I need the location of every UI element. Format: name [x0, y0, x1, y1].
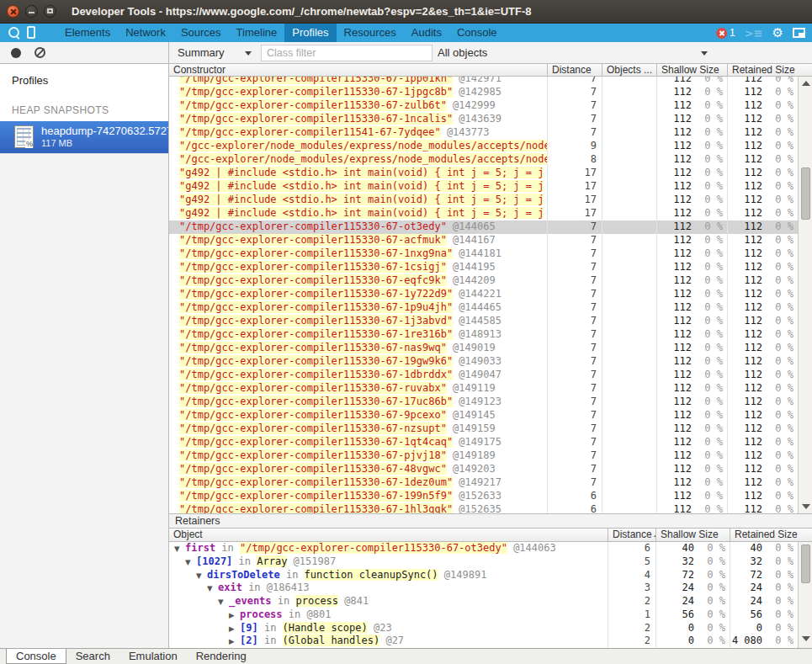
retainer-row[interactable]: ▶[9] in (Handle scope) @23200 %00 %	[169, 622, 798, 635]
constructor-cell: "/tmp/gcc-explorer-compiler115330-67-1qt…	[169, 436, 547, 449]
heap-table-row[interactable]: "/tmp/gcc-explorer-compiler115330-67-17u…	[169, 396, 798, 409]
expand-closed-icon[interactable]: ▶	[229, 637, 240, 645]
clear-button[interactable]	[34, 47, 45, 58]
objects-count-value	[602, 86, 656, 99]
tab-elements[interactable]: Elements	[57, 24, 118, 42]
shallow-size-cell: 1120 %	[656, 247, 727, 261]
heap-table-row[interactable]: "/tmp/gcc-explorer-compiler115330-67-1cs…	[169, 261, 798, 274]
retainer-row[interactable]: ▼first in "/tmp/gcc-explorer-compiler115…	[169, 542, 798, 555]
heap-table-row[interactable]: "/tmp/gcc-explorer-compiler115330-67-ot3…	[169, 220, 798, 234]
window-close-icon[interactable]	[7, 5, 19, 18]
heap-table-row[interactable]: "/tmp/gcc-explorer-compiler115330-67-19g…	[169, 355, 798, 369]
column-header-retainers-distance[interactable]: Distance	[608, 529, 655, 541]
retainer-row[interactable]: ▼_events in process @8412240 %240 %	[169, 595, 798, 608]
summary-dropdown-arrow-icon[interactable]	[245, 51, 252, 56]
heap-table-row[interactable]: "/tmp/gcc-explorer-compiler115330-67-1jp…	[169, 86, 798, 99]
drawer-tab-search[interactable]: Search	[66, 649, 119, 664]
column-header-retained-size[interactable]: Retained Size	[727, 64, 798, 76]
tab-sources[interactable]: Sources	[173, 24, 229, 42]
column-header-shallow-size[interactable]: Shallow Size	[656, 64, 727, 76]
heap-table-row[interactable]: "/tmp/gcc-explorer-compiler115330-67-1nx…	[169, 247, 798, 261]
object-group-dropdown-arrow-icon[interactable]	[701, 51, 708, 56]
window-maximize-icon[interactable]	[44, 5, 56, 18]
heap-table-row[interactable]: "/tmp/gcc-explorer-compiler115330-67-1hl…	[169, 503, 798, 513]
heap-table-row[interactable]: "/tmp/gcc-explorer-compiler115330-67-199…	[169, 490, 798, 503]
heap-table-row[interactable]: "/tmp/gcc-explorer-compiler115330-67-1j3…	[169, 315, 798, 328]
tab-profiles[interactable]: Profiles	[284, 24, 336, 42]
retainer-row[interactable]: ▶[2] in (Global handles) @27200 %4 0800 …	[169, 635, 798, 648]
expand-open-icon[interactable]: ▼	[207, 584, 218, 592]
drawer-tab-console[interactable]: Console	[6, 649, 66, 664]
heap-table-row[interactable]: "/tmp/gcc-explorer-compiler115330-67-48v…	[169, 463, 798, 476]
heap-table-row[interactable]: "/tmp/gcc-explorer-compiler115330-67-1qt…	[169, 436, 798, 449]
sidebar-item-heap-snapshot[interactable]: heapdump-74270632.5727 117 MB	[0, 121, 168, 153]
heap-table-row[interactable]: "/tmp/gcc-explorer-compiler115330-67-pjv…	[169, 449, 798, 463]
tab-network[interactable]: Network	[118, 24, 173, 42]
tab-audits[interactable]: Audits	[404, 24, 449, 42]
constructor-string: "/tmp/gcc-explorer-compiler115330-67-eqf…	[179, 274, 447, 286]
heap-table-row[interactable]: "g492 | #include <stdio.h> int main(void…	[169, 194, 798, 207]
object-group-dropdown[interactable]: All objects	[438, 42, 487, 63]
heap-table-scrollbar[interactable]	[798, 77, 812, 513]
heap-table-row[interactable]: "/tmp/gcc-explorer-compiler115330-67-1nc…	[169, 113, 798, 126]
heap-table-row[interactable]: "/tmp/gcc-explorer-compiler115330-67-nas…	[169, 342, 798, 355]
heap-table-row[interactable]: "/tmp/gcc-explorer-compiler11541-67-7ydq…	[169, 126, 798, 140]
retainer-row[interactable]: ▼exit in @1864133240 %240 %	[169, 582, 798, 595]
column-header-object[interactable]: Object	[169, 529, 608, 541]
column-header-retainers-retained[interactable]: Retained Size	[730, 529, 798, 541]
column-header-constructor[interactable]: Constructor	[169, 64, 547, 76]
heap-table-row[interactable]: "/tmp/gcc-explorer-compiler115330-67-1p9…	[169, 301, 798, 315]
tab-console[interactable]: Console	[449, 24, 505, 42]
expand-open-icon[interactable]: ▼	[174, 544, 185, 553]
expand-open-icon[interactable]: ▼	[218, 598, 229, 606]
scroll-down-icon[interactable]	[802, 504, 810, 509]
record-button[interactable]	[11, 48, 21, 58]
heap-table-row[interactable]: "g492 | #include <stdio.h> int main(void…	[169, 207, 798, 220]
heap-table-row[interactable]: "/tmp/gcc-explorer-compiler115330-67-zul…	[169, 99, 798, 113]
tab-timeline[interactable]: Timeline	[229, 24, 285, 42]
expand-open-icon[interactable]: ▼	[196, 571, 207, 580]
column-header-retainers-shallow[interactable]: Shallow Size	[655, 529, 730, 541]
heap-table-row[interactable]: "/tmp/gcc-explorer-compiler115330-67-1pp…	[169, 77, 798, 86]
drawer-toggle-icon[interactable]	[745, 27, 763, 40]
retainer-row[interactable]: ▼dirsToDelete in function cleanupSync() …	[169, 569, 798, 582]
heap-table-row[interactable]: "/gcc-explorer/node_modules/express/node…	[169, 140, 798, 153]
window-minimize-icon[interactable]	[25, 5, 38, 18]
retainers-scroll-down-icon[interactable]	[802, 636, 810, 641]
dock-side-icon[interactable]	[793, 28, 805, 38]
heap-table-row[interactable]: "/tmp/gcc-explorer-compiler115330-67-1de…	[169, 476, 798, 490]
error-badge[interactable]: 1	[716, 27, 735, 39]
tab-resources[interactable]: Resources	[337, 24, 404, 42]
device-mode-icon[interactable]	[27, 26, 35, 39]
expand-open-icon[interactable]: ▼	[185, 558, 196, 566]
gear-icon[interactable]	[772, 27, 783, 40]
heap-table-row[interactable]: "/gcc-explorer/node_modules/express/node…	[169, 153, 798, 167]
heap-table-row[interactable]: "g492 | #include <stdio.h> int main(void…	[169, 180, 798, 194]
heap-table-row[interactable]: "g492 | #include <stdio.h> int main(void…	[169, 167, 798, 180]
heap-table-row[interactable]: "/tmp/gcc-explorer-compiler115330-67-1re…	[169, 328, 798, 342]
scroll-up-icon[interactable]	[802, 81, 810, 86]
scrollbar-thumb[interactable]	[801, 167, 810, 220]
summary-dropdown[interactable]: Summary	[178, 42, 225, 63]
retainers-scrollbar-thumb[interactable]	[801, 544, 810, 583]
expand-closed-icon[interactable]: ▶	[229, 624, 240, 633]
heap-table-row[interactable]: "/tmp/gcc-explorer-compiler115330-67-ruv…	[169, 382, 798, 396]
drawer-tab-emulation[interactable]: Emulation	[119, 649, 187, 664]
retainer-row[interactable]: ▼[1027] in Array @1519875320 %320 %	[169, 555, 798, 569]
drawer-tab-rendering[interactable]: Rendering	[187, 649, 256, 664]
retainer-row[interactable]: ▶process in @8011560 %560 %	[169, 608, 798, 622]
heap-table-row[interactable]: "/tmp/gcc-explorer-compiler115330-67-1db…	[169, 369, 798, 382]
heap-table-row[interactable]: "/tmp/gcc-explorer-compiler115330-67-nzs…	[169, 422, 798, 436]
search-icon[interactable]	[8, 27, 19, 38]
heap-table-row[interactable]: "/tmp/gcc-explorer-compiler115330-67-1y7…	[169, 288, 798, 301]
retainers-scrollbar[interactable]	[798, 542, 812, 648]
column-header-distance[interactable]: Distance	[547, 64, 602, 76]
column-header-objects[interactable]: Objects ...	[602, 64, 656, 76]
retained-size-value: 112	[728, 86, 762, 99]
heap-table-row[interactable]: "/tmp/gcc-explorer-compiler115330-67-eqf…	[169, 274, 798, 288]
heap-table-row[interactable]: "/tmp/gcc-explorer-compiler115330-67-9pc…	[169, 409, 798, 422]
class-filter-input[interactable]	[261, 45, 433, 61]
retainers-pane-title[interactable]: Retainers	[169, 513, 812, 529]
expand-closed-icon[interactable]: ▶	[229, 611, 240, 619]
heap-table-row[interactable]: "/tmp/gcc-explorer-compiler115330-67-acf…	[169, 234, 798, 247]
